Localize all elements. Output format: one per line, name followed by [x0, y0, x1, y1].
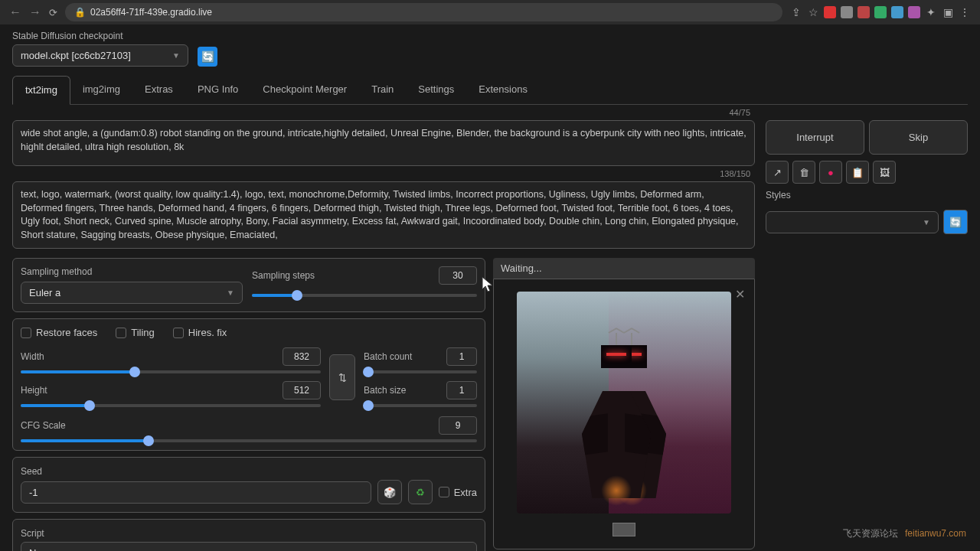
batch-count-label: Batch count	[364, 351, 412, 362]
tab-train[interactable]: Train	[359, 76, 406, 104]
tiling-checkbox[interactable]: Tiling	[116, 327, 155, 338]
negative-prompt-counter: 138/150	[720, 169, 750, 178]
image-button[interactable]: 🖼	[873, 161, 896, 184]
tab-img2img[interactable]: img2img	[70, 76, 132, 104]
batch-count-slider[interactable]	[364, 370, 477, 373]
prompt-counter: 44/75	[729, 108, 750, 117]
sampling-method-value: Euler a	[29, 287, 60, 298]
tab-pnginfo[interactable]: PNG Info	[185, 76, 250, 104]
pink-dot-button[interactable]: ●	[819, 161, 842, 184]
dice-button[interactable]: 🎲	[377, 480, 402, 504]
thumbnail[interactable]	[612, 523, 635, 536]
ext-icon[interactable]	[841, 6, 853, 18]
width-input[interactable]	[283, 347, 321, 366]
url-bar[interactable]: 🔒 02a56ff4-71ff-439e.gradio.live	[65, 3, 782, 21]
tab-extras[interactable]: Extras	[132, 76, 185, 104]
watermark: 飞天资源论坛 feitianwu7.com	[843, 527, 966, 540]
batch-size-label: Batch size	[364, 385, 406, 396]
seed-label: Seed	[21, 466, 42, 477]
forward-arrow[interactable]: →	[29, 5, 41, 19]
chevron-down-icon: ▼	[227, 289, 234, 297]
hires-fix-checkbox[interactable]: Hires. fix	[173, 327, 227, 338]
checkpoint-select[interactable]: model.ckpt [cc6cb27103] ▼	[12, 44, 188, 67]
interrupt-button[interactable]: Interrupt	[766, 120, 864, 155]
sampling-steps-slider[interactable]	[252, 294, 477, 297]
recycle-button[interactable]: ♻	[408, 480, 433, 504]
restore-faces-checkbox[interactable]: Restore faces	[21, 327, 97, 338]
reload-icon[interactable]: ⟳	[49, 7, 57, 18]
prompt-input[interactable]: wide shot angle, a (gundam:0.8) robot st…	[12, 120, 755, 166]
ext-icon[interactable]	[891, 6, 903, 18]
cfg-input[interactable]	[439, 416, 477, 435]
styles-label: Styles	[766, 190, 968, 201]
ext-icon[interactable]	[874, 6, 887, 18]
cfg-slider[interactable]	[21, 439, 477, 442]
refresh-checkpoint-button[interactable]: 🔄	[198, 47, 217, 67]
sampling-method-select[interactable]: Euler a ▼	[21, 282, 243, 304]
generated-image[interactable]	[517, 292, 731, 514]
extra-checkbox[interactable]: Extra	[439, 487, 477, 498]
height-label: Height	[21, 385, 47, 396]
sampling-steps-input[interactable]	[439, 266, 477, 285]
sampling-method-label: Sampling method	[21, 266, 243, 277]
restore-faces-label: Restore faces	[36, 327, 97, 338]
swap-dimensions-button[interactable]: ⇅	[329, 354, 355, 400]
checkpoint-label: Stable Diffusion checkpoint	[12, 31, 188, 41]
chevron-down-icon: ▼	[172, 51, 180, 60]
batch-count-input[interactable]	[446, 347, 477, 366]
arrow-button[interactable]: ↗	[766, 161, 789, 184]
checkpoint-value: model.ckpt [cc6cb27103]	[21, 50, 131, 61]
styles-select[interactable]: ▼	[766, 211, 939, 233]
batch-size-input[interactable]	[446, 381, 477, 399]
tab-checkpoint-merger[interactable]: Checkpoint Merger	[250, 76, 359, 104]
negative-prompt-input[interactable]: text, logo, watermark, (worst quality, l…	[12, 181, 755, 249]
tab-extensions[interactable]: Extensions	[466, 76, 540, 104]
extra-label: Extra	[454, 487, 477, 498]
script-value: None	[29, 547, 53, 551]
tab-txt2img[interactable]: txt2img	[12, 76, 70, 105]
seed-input[interactable]: -1	[21, 481, 371, 504]
star-icon[interactable]: ☆	[807, 6, 819, 18]
apply-styles-button[interactable]: 🔄	[943, 210, 968, 234]
back-arrow[interactable]: ←	[9, 5, 21, 19]
negative-prompt-text: text, logo, watermark, (worst quality, l…	[21, 189, 739, 240]
url-text: 02a56ff4-71ff-439e.gradio.live	[90, 7, 212, 18]
puzzle-icon[interactable]: ✦	[925, 6, 937, 18]
hires-fix-label: Hires. fix	[188, 327, 227, 338]
height-slider[interactable]	[21, 404, 321, 407]
status-bar: Waiting...	[493, 258, 755, 279]
menu-icon[interactable]: ⋮	[959, 6, 971, 18]
width-slider[interactable]	[21, 370, 321, 373]
width-label: Width	[21, 351, 44, 362]
script-label: Script	[21, 528, 44, 539]
main-tabs: txt2img img2img Extras PNG Info Checkpoi…	[12, 76, 968, 105]
trash-button[interactable]: 🗑	[792, 161, 815, 184]
tab-settings[interactable]: Settings	[406, 76, 466, 104]
prompt-text: wide shot angle, a (gundam:0.8) robot st…	[21, 128, 746, 152]
close-icon[interactable]: ✕	[735, 287, 745, 302]
sampling-steps-label: Sampling steps	[252, 270, 315, 281]
chevron-down-icon: ▼	[923, 218, 930, 227]
height-input[interactable]	[283, 381, 321, 399]
browser-extensions: ⇪ ☆ ✦ ▣ ⋮	[790, 6, 971, 18]
clipboard-button[interactable]: 📋	[846, 161, 869, 184]
ext-icon[interactable]	[824, 6, 836, 18]
batch-size-slider[interactable]	[364, 404, 477, 407]
tiling-label: Tiling	[131, 327, 155, 338]
ext-icon[interactable]	[858, 6, 870, 18]
ext-icon[interactable]	[908, 6, 920, 18]
skip-button[interactable]: Skip	[869, 120, 968, 155]
output-image-area: ✕	[493, 279, 755, 549]
cfg-label: CFG Scale	[21, 420, 66, 431]
window-icon[interactable]: ▣	[942, 6, 954, 18]
share-icon[interactable]: ⇪	[790, 6, 802, 18]
script-select[interactable]: None ▼	[21, 542, 477, 551]
